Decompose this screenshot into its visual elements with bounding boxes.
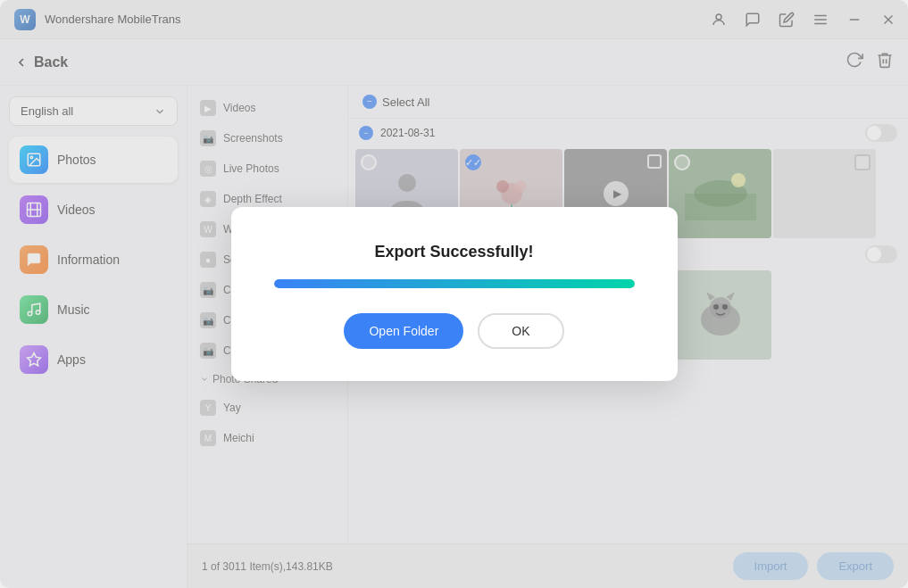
modal-actions: Open Folder OK [344, 313, 563, 349]
ok-button[interactable]: OK [478, 313, 563, 349]
progress-bar-bg [274, 279, 635, 288]
open-folder-button[interactable]: Open Folder [344, 313, 463, 349]
progress-bar-fill [274, 279, 635, 288]
modal-overlay: Export Successfully! Open Folder OK [0, 0, 908, 588]
app-window: W Wondershare MobileTrans [0, 0, 908, 588]
export-success-modal: Export Successfully! Open Folder OK [231, 207, 678, 381]
modal-title: Export Successfully! [374, 243, 533, 261]
